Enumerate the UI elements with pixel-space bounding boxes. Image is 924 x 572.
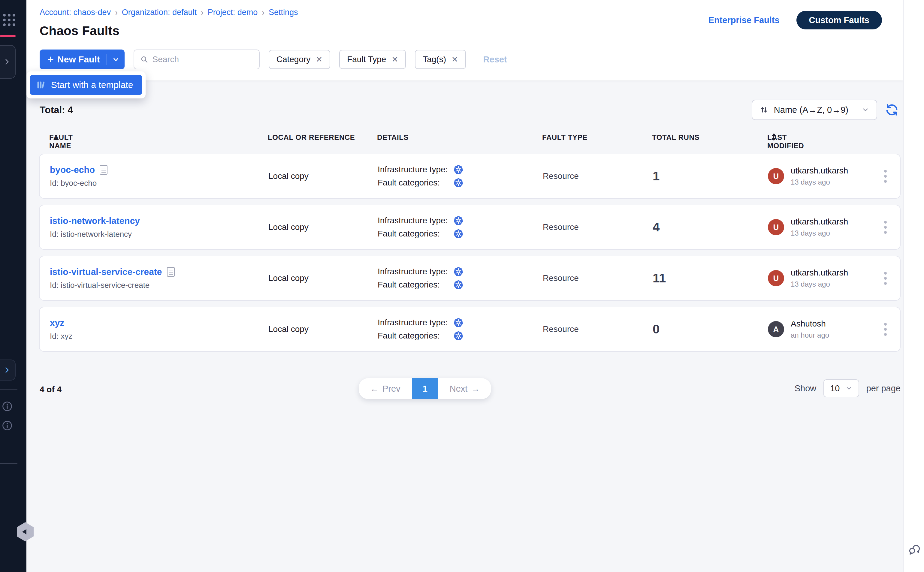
fault-id: Id: byoc-echo (50, 179, 96, 188)
kubernetes-icon (453, 178, 464, 188)
show-label: Show (795, 384, 817, 393)
sort-both-icon (772, 133, 776, 141)
fault-categories-label: Fault categories: (378, 229, 453, 239)
fault-type-value: Resource (543, 274, 579, 283)
refresh-icon[interactable] (885, 103, 899, 117)
sidebar-divider (0, 389, 17, 390)
avatar: U (768, 219, 784, 235)
kubernetes-icon (453, 216, 464, 226)
modified-time: 13 days ago (791, 229, 848, 237)
sort-select[interactable]: Name (A→Z, 0→9) (752, 99, 877, 120)
col-fault-type: FAULT TYPE (542, 133, 588, 141)
breadcrumb-settings[interactable]: Settings (269, 8, 298, 17)
prev-page-button[interactable]: ← Prev (359, 378, 412, 399)
chevron-down-icon[interactable] (112, 56, 120, 63)
breadcrumb-separator: › (262, 6, 264, 18)
avatar: U (768, 168, 784, 184)
button-divider (107, 54, 107, 65)
help-icon[interactable] (1, 420, 13, 432)
row-menu-icon[interactable] (884, 205, 887, 249)
toolbar: + New Fault Category ✕ Fault Type ✕ (40, 50, 890, 69)
result-count: 4 of 4 (40, 385, 62, 394)
filter-chip-fault-type[interactable]: Fault Type ✕ (339, 50, 406, 69)
fault-name-link[interactable]: xyz (50, 318, 64, 328)
info-icon[interactable] (1, 400, 13, 412)
fault-name-link[interactable]: istio-network-latency (50, 216, 140, 226)
breadcrumb-project[interactable]: Project: demo (208, 8, 258, 17)
current-page-button[interactable]: 1 (412, 378, 438, 399)
infrastructure-type-label: Infrastructure type: (378, 318, 453, 327)
custom-faults-button[interactable]: Custom Faults (796, 11, 882, 30)
infrastructure-type-label: Infrastructure type: (378, 267, 453, 277)
avatar: U (768, 270, 784, 286)
breadcrumb-separator: › (115, 6, 118, 18)
table-row[interactable]: xyz Id: xyz Local copy Infrastructure ty… (39, 307, 901, 352)
search-input[interactable] (152, 54, 253, 64)
active-module-indicator (0, 35, 16, 37)
sort-select-value: Name (A→Z, 0→9) (774, 105, 848, 115)
infrastructure-type-label: Infrastructure type: (378, 216, 453, 225)
expand-nav-button[interactable] (0, 45, 16, 79)
table-row[interactable]: istio-network-latency Id: istio-network-… (39, 205, 901, 250)
main-content: Account: chaos-dev › Organization: defau… (26, 0, 903, 572)
row-menu-icon[interactable] (884, 256, 887, 300)
faults-list: Total: 4 Name (A→Z, 0→9) FAULT NAME LOCA… (26, 99, 903, 352)
fault-rows: byoc-echo Id: byoc-echo Local copy Infra… (39, 154, 901, 352)
modified-time: an hour ago (791, 331, 829, 339)
filter-chip-category[interactable]: Category ✕ (269, 50, 330, 69)
arrow-left-icon: ← (370, 384, 379, 394)
modified-by: utkarsh.utkarsh (791, 217, 848, 227)
row-menu-icon[interactable] (884, 307, 887, 351)
fault-name-link[interactable]: byoc-echo (50, 165, 95, 175)
module-grid-icon[interactable] (3, 14, 15, 26)
modified-time: 13 days ago (791, 178, 848, 187)
chip-label: Tag(s) (423, 54, 446, 64)
fault-id: Id: istio-virtual-service-create (50, 281, 149, 290)
template-icon (36, 80, 46, 90)
local-or-reference-value: Local copy (268, 222, 309, 232)
header-actions: Enterprise Faults Custom Faults (708, 11, 882, 30)
table-row[interactable]: byoc-echo Id: byoc-echo Local copy Infra… (39, 154, 901, 199)
description-icon[interactable] (100, 165, 107, 175)
next-page-button[interactable]: Next → (438, 378, 492, 399)
local-or-reference-value: Local copy (268, 171, 309, 181)
table-row[interactable]: istio-virtual-service-create Id: istio-v… (39, 256, 901, 301)
chat-support-icon[interactable] (907, 542, 922, 556)
new-fault-button[interactable]: + New Fault (40, 50, 124, 69)
fault-categories-label: Fault categories: (378, 280, 453, 290)
row-menu-icon[interactable] (884, 154, 887, 198)
right-gutter (903, 0, 924, 572)
fault-type-value: Resource (543, 222, 579, 232)
chip-label: Category (277, 54, 311, 64)
close-icon[interactable]: ✕ (392, 55, 398, 64)
breadcrumb-account[interactable]: Account: chaos-dev (40, 8, 111, 17)
page-size-select[interactable]: 10 (823, 379, 859, 397)
plus-icon: + (47, 54, 54, 65)
local-or-reference-value: Local copy (268, 274, 309, 283)
fault-name-link[interactable]: istio-virtual-service-create (50, 267, 162, 277)
col-local-or-reference: LOCAL OR REFERENCE (268, 133, 355, 141)
total-runs-value: 1 (653, 169, 660, 183)
fault-type-value: Resource (543, 171, 579, 181)
new-fault-label: New Fault (58, 54, 100, 65)
pagination-pill: ← Prev 1 Next → (359, 378, 491, 399)
sidebar-divider (0, 463, 17, 464)
filter-chip-tags[interactable]: Tag(s) ✕ (415, 50, 466, 69)
breadcrumb-separator: › (201, 6, 204, 18)
search-box (134, 50, 260, 69)
pagination-bar: 4 of 4 ← Prev 1 Next → Show 10 per page (26, 378, 903, 402)
expand-sidebar-button[interactable] (0, 359, 16, 381)
modified-by: utkarsh.utkarsh (791, 268, 848, 278)
reset-filters-link[interactable]: Reset (483, 54, 507, 65)
col-fault-name[interactable]: FAULT NAME (49, 133, 59, 141)
start-with-template-item[interactable]: Start with a template (30, 75, 142, 95)
description-icon[interactable] (167, 267, 175, 277)
kubernetes-icon (453, 228, 464, 239)
chevron-right-icon (3, 366, 11, 374)
close-icon[interactable]: ✕ (451, 55, 458, 64)
fault-id: Id: xyz (50, 332, 72, 341)
app-window: Account: chaos-dev › Organization: defau… (0, 0, 924, 572)
breadcrumb-organization[interactable]: Organization: default (122, 8, 197, 17)
enterprise-faults-link[interactable]: Enterprise Faults (708, 15, 779, 25)
close-icon[interactable]: ✕ (316, 55, 322, 64)
